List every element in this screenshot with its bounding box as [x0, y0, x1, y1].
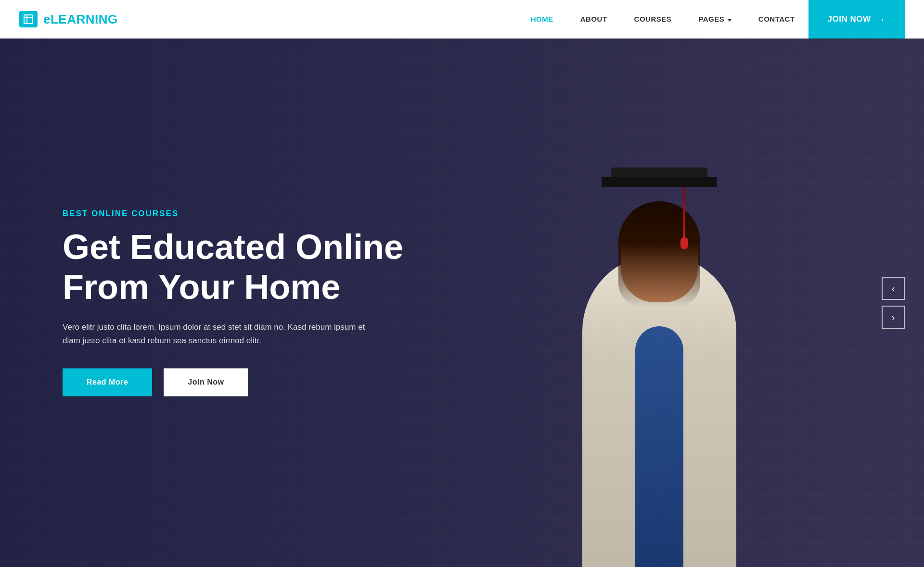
nav-link-home[interactable]: HOME [517, 0, 567, 39]
slider-prev-button[interactable]: ‹ [882, 277, 905, 300]
slider-navigation: ‹ › [882, 277, 905, 329]
chevron-down-icon [728, 19, 732, 22]
book-icon [19, 11, 38, 27]
hero-section: BEST ONLINE COURSES Get Educated Online … [0, 39, 924, 567]
graduate-body [568, 206, 751, 567]
cap-board [602, 177, 717, 187]
nav-link-pages[interactable]: PAGES [685, 0, 745, 39]
nav-item-pages[interactable]: PAGES [685, 0, 745, 39]
navbar: eLEARNING HOME ABOUT COURSES PAGES CONTA… [0, 0, 924, 39]
nav-item-home[interactable]: HOME [517, 0, 567, 39]
join-now-button[interactable]: Join Now [164, 369, 248, 397]
brand-logo[interactable]: eLEARNING [19, 11, 118, 27]
nav-item-about[interactable]: ABOUT [567, 0, 621, 39]
hero-title-line2: From Your Home [63, 268, 340, 306]
hero-description: Vero elitr justo clita lorem. Ipsum dolo… [63, 321, 371, 348]
svg-rect-0 [24, 15, 33, 24]
hero-title-line1: Get Educated Online [63, 228, 403, 266]
cap-tassel [683, 187, 685, 245]
pages-label: PAGES [698, 15, 724, 23]
slider-next-button[interactable]: › [882, 306, 905, 329]
hero-buttons: Read More Join Now [63, 369, 403, 397]
hero-subtitle: BEST ONLINE COURSES [63, 209, 403, 219]
arrow-right-icon: → [876, 0, 886, 39]
hero-title: Get Educated Online From Your Home [63, 227, 403, 307]
graduate-image [491, 134, 828, 567]
read-more-button[interactable]: Read More [63, 369, 152, 397]
brand-name: eLEARNING [43, 12, 118, 27]
nav-join-now-button[interactable]: Join Now → [808, 0, 905, 39]
nav-item-contact[interactable]: CONTACT [745, 0, 808, 39]
nav-link-about[interactable]: ABOUT [567, 0, 621, 39]
nav-link-contact[interactable]: CONTACT [745, 0, 808, 39]
nav-item-courses[interactable]: COURSES [621, 0, 685, 39]
hero-content: BEST ONLINE COURSES Get Educated Online … [63, 209, 403, 396]
book-svg [23, 13, 34, 25]
nav-item-cta[interactable]: Join Now → [808, 0, 905, 39]
join-now-label: Join Now [828, 0, 871, 39]
gown-blue-accent [635, 326, 683, 567]
nav-links: HOME ABOUT COURSES PAGES CONTACT Join No… [517, 0, 905, 39]
graduate-hair [618, 201, 700, 307]
nav-link-courses[interactable]: COURSES [621, 0, 685, 39]
